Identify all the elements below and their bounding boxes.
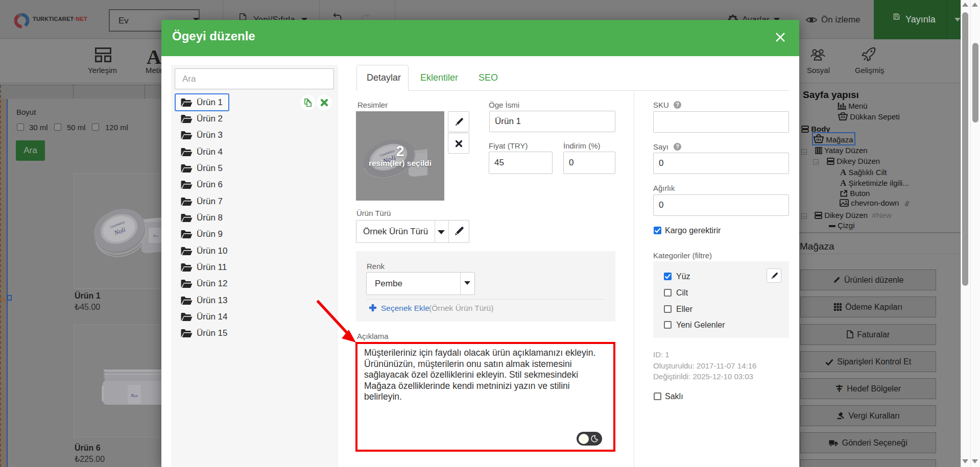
svg-text:Noli: Noli <box>130 393 137 398</box>
svg-text:Noli: Noli <box>153 234 159 238</box>
